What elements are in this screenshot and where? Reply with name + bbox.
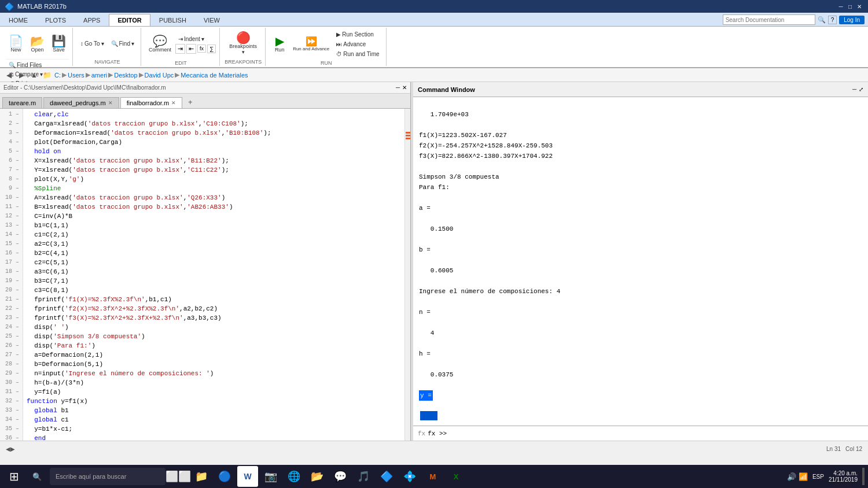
run-section-button[interactable]: ▶ Run Section — [333, 30, 382, 39]
code-line[interactable]: b1=C(1,1) — [23, 221, 404, 230]
code-line[interactable]: clear,clc — [23, 110, 404, 119]
breadcrumb-desktop[interactable]: Desktop — [114, 72, 137, 79]
tab-finalborrador-close[interactable]: ✕ — [171, 100, 176, 106]
code-line[interactable]: c3=C(8,1) — [23, 286, 404, 295]
code-line[interactable]: %Spline — [23, 184, 404, 193]
code-line[interactable]: disp('Para f1:') — [23, 341, 404, 350]
tab-tareare[interactable]: tareare.m — [2, 97, 42, 108]
code-line[interactable]: a=Deformacion(2,1) — [23, 350, 404, 360]
run-advance-button[interactable]: ⏩ Run and Advance — [290, 29, 332, 59]
increase-indent-button[interactable]: ⇥ — [175, 44, 185, 54]
show-desktop-button[interactable] — [862, 468, 865, 485]
taskbar-icon-camera[interactable]: 📷 — [260, 466, 281, 487]
go-to-button[interactable]: ↕ Go To▾ — [78, 39, 107, 48]
start-button[interactable]: ⊞ — [3, 466, 24, 487]
taskbar-icon-explorer[interactable]: 📁 — [191, 466, 212, 487]
code-line[interactable]: fprintf('f2(X)=%2.3fX^2+%2.3fX%2.3f\n',a… — [23, 304, 404, 313]
breadcrumb-davidupc[interactable]: David Upc — [145, 72, 174, 79]
search-icon[interactable]: 🔍 — [818, 16, 826, 24]
command-input[interactable] — [449, 430, 863, 437]
tab-publish[interactable]: PUBLISH — [150, 14, 195, 26]
tab-editor[interactable]: EDITOR — [109, 14, 150, 26]
tab-view[interactable]: VIEW — [195, 14, 229, 26]
code-line[interactable]: end — [23, 434, 404, 441]
code-line[interactable]: disp(' ') — [23, 323, 404, 332]
run-button[interactable]: ▶ Run — [270, 29, 289, 59]
maximize-button[interactable]: □ — [846, 2, 854, 10]
editor-close-btn[interactable]: ✕ — [402, 84, 407, 91]
code-line[interactable]: h=(b-a)/(3*n) — [23, 378, 404, 387]
breadcrumb-c[interactable]: C: — [54, 72, 61, 79]
code-line[interactable]: function y=f1(x) — [23, 397, 404, 406]
browse-button[interactable]: 📁 — [42, 70, 52, 80]
taskbar-icon-spotify[interactable]: 🎵 — [353, 466, 374, 487]
advance-button[interactable]: ⏭ Advance — [333, 40, 382, 49]
decrease-indent-button[interactable]: ⇤ — [186, 44, 196, 54]
code-line[interactable]: Deformacion=xlsread('datos traccion grup… — [23, 128, 404, 138]
taskbar-icon-browser1[interactable]: 🔵 — [214, 466, 235, 487]
tab-daweed-close[interactable]: ✕ — [108, 100, 113, 106]
comment-button[interactable]: 💬 Comment — [146, 29, 174, 59]
tab-home[interactable]: HOME — [0, 14, 36, 26]
code-line[interactable]: n=input('Ingrese el número de composicio… — [23, 369, 404, 378]
tab-apps[interactable]: APPS — [75, 14, 109, 26]
run-time-button[interactable]: ⏱ Run and Time — [333, 50, 382, 58]
code-line[interactable]: y=f1(a) — [23, 387, 404, 397]
breadcrumb-users[interactable]: Users — [68, 72, 84, 79]
login-button[interactable]: Log In — [839, 16, 865, 24]
code-line[interactable]: c2=C(5,1) — [23, 258, 404, 267]
code-line[interactable]: Y=xlsread('datos traccion grupo b.xlsx',… — [23, 165, 404, 175]
search-input[interactable] — [723, 14, 815, 25]
code-line[interactable]: b2=C(4,1) — [23, 249, 404, 258]
taskbar-icon-word[interactable]: W — [237, 466, 258, 487]
find-files-button[interactable]: 🔍 Find Files — [6, 61, 69, 69]
close-button[interactable]: ✕ — [855, 2, 863, 10]
code-lines[interactable]: clear,clc Carga=xlsread('datos traccion … — [23, 109, 404, 441]
code-line[interactable]: b=Deformacion(5,1) — [23, 360, 404, 369]
taskbar-icon-matlab[interactable]: M — [422, 466, 443, 487]
taskbar-icon-app2[interactable]: 💠 — [399, 466, 420, 487]
code-line[interactable]: C=inv(A)*B — [23, 212, 404, 221]
find-button[interactable]: 🔍 Find▾ — [108, 39, 137, 48]
add-tab-button[interactable]: + — [183, 96, 197, 108]
help-button[interactable]: ? — [828, 16, 837, 24]
code-line[interactable]: A=xlsread('datos traccion grupo b.xlsx',… — [23, 193, 404, 202]
breadcrumb-mecanica[interactable]: Mecanica de Materiales — [181, 72, 248, 79]
code-line[interactable]: a3=C(6,1) — [23, 267, 404, 276]
editor-minimize-btn[interactable]: ─ — [396, 84, 400, 91]
code-line[interactable]: plot(Deformacion,Carga) — [23, 138, 404, 147]
open-button[interactable]: 📂 Open — [27, 29, 47, 59]
code-line[interactable]: B=xlsread('datos traccion grupo b.xlsx',… — [23, 202, 404, 212]
minimize-button[interactable]: ─ — [837, 2, 845, 10]
save-button[interactable]: 💾 Save — [49, 29, 69, 59]
new-button[interactable]: 📄 New — [6, 29, 26, 59]
tab-finalborrador[interactable]: finalborrador.m ✕ — [120, 97, 182, 108]
tab-daweed[interactable]: daweed_pedrugs.m ✕ — [43, 97, 119, 108]
code-line[interactable]: global c1 — [23, 415, 404, 424]
fx-button[interactable]: fx — [197, 45, 206, 53]
taskbar-icon-whatsapp[interactable]: 💬 — [330, 466, 351, 487]
code-line[interactable]: X=xlsread('datos traccion grupo b.xlsx',… — [23, 156, 404, 165]
taskbar-icon-browser2[interactable]: 🌐 — [284, 466, 304, 487]
code-line[interactable]: disp('Simpson 3/8 compuesta') — [23, 332, 404, 341]
command-minimize-btn[interactable]: ─ — [852, 86, 856, 93]
tab-plots[interactable]: PLOTS — [36, 14, 75, 26]
code-line[interactable]: c1=C(2,1) — [23, 230, 404, 239]
breadcrumb-ameri[interactable]: ameri — [91, 72, 108, 79]
code-line[interactable]: hold on — [23, 147, 404, 156]
code-line[interactable]: a2=C(3,1) — [23, 239, 404, 249]
command-expand-btn[interactable]: ⤢ — [859, 86, 863, 93]
code-line[interactable]: plot(X,Y,'g') — [23, 175, 404, 184]
code-line[interactable]: y=b1*x-c1; — [23, 424, 404, 434]
code-line[interactable]: Carga=xlsread('datos traccion grupo b.xl… — [23, 119, 404, 128]
code-line[interactable]: global b1 — [23, 406, 404, 415]
code-line[interactable]: b3=C(7,1) — [23, 276, 404, 286]
indent-button[interactable]: ⇥ Indent▾ — [175, 35, 216, 43]
code-line[interactable]: fprintf('f1(X)=%2.3fX%2.3f\n',b1,c1) — [23, 295, 404, 304]
forward-button[interactable]: ▶ — [16, 70, 27, 80]
taskbar-icon-app1[interactable]: 🔷 — [376, 466, 397, 487]
code-line[interactable]: fprintf('f3(X)=%2.3fX^2+%2.3fX+%2.3f\n',… — [23, 313, 404, 323]
taskbar-icon-folder2[interactable]: 📂 — [307, 466, 328, 487]
back-button[interactable]: ◀ — [3, 70, 14, 80]
taskbar-search-box[interactable]: Escribe aquí para buscar — [50, 468, 165, 485]
